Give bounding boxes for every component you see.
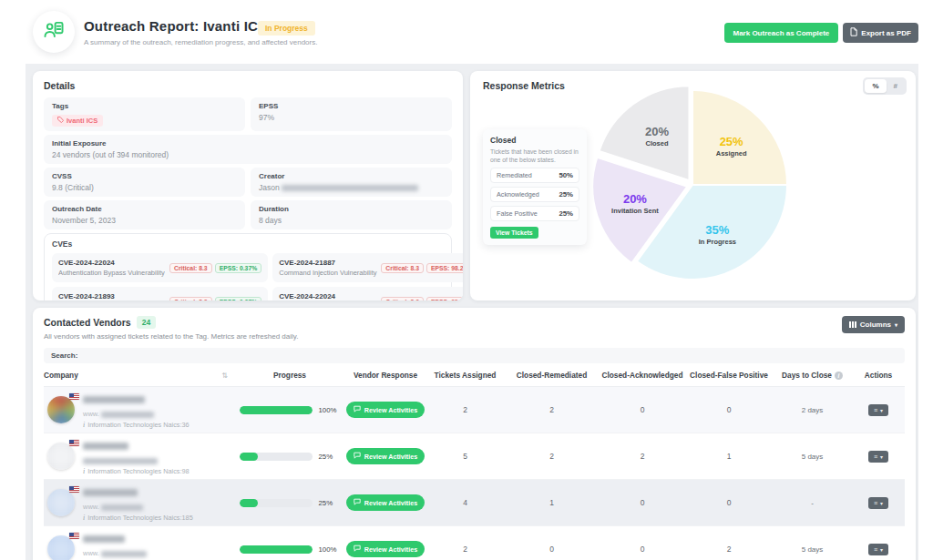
vendor-website[interactable] (83, 456, 190, 464)
status-badge: In Progress (258, 21, 315, 36)
chat-bubble-icon (354, 452, 361, 461)
creator-name: Jason (259, 183, 280, 192)
vendor-count-badge: 24 (137, 316, 156, 329)
days-to-close-value: 5 days (773, 545, 852, 554)
progress-cell: 100% (235, 545, 344, 554)
column-header-progress[interactable]: Progress (235, 371, 344, 380)
table-row[interactable]: www. iInformation Technologies Naics:361… (44, 387, 905, 433)
pie-slice-label: Assigned (716, 149, 747, 158)
caret-down-icon: ▾ (880, 546, 883, 553)
vendor-name-redacted[interactable] (83, 437, 190, 453)
details-panel: Details Tags Ivanti ICS EPSS 97% (33, 71, 463, 300)
closed-remediated-row: Remediated 50% (490, 168, 579, 183)
industry-info-icon: i (83, 421, 85, 429)
caret-down-icon: ▾ (880, 500, 883, 506)
review-activities-button[interactable]: Review Activities (346, 402, 425, 418)
cve-list: CVE-2024-22024Authentication Bypass Vuln… (52, 253, 444, 300)
pie-slice-label: In Progress (699, 238, 736, 246)
severity-badge: Critical: 8.3 (169, 263, 212, 273)
export-pdf-button[interactable]: Export as PDF (843, 23, 918, 43)
menu-icon: ≡ (874, 500, 877, 506)
row-actions-button[interactable]: ≡▾ (868, 451, 888, 463)
row-actions-button[interactable]: ≡▾ (868, 404, 888, 416)
row-actions-button[interactable]: ≡▾ (868, 544, 888, 555)
cve-item[interactable]: CVE-2024-21887Command Injection Vulnerab… (272, 253, 463, 282)
table-row[interactable]: iInformation Technologies Naics:9825%Rev… (44, 433, 905, 480)
review-activities-button[interactable]: Review Activities (346, 494, 425, 511)
tag-chip[interactable]: Ivanti ICS (52, 115, 103, 127)
column-header-days-to-close[interactable]: Days to Close i (773, 371, 852, 380)
view-tickets-button[interactable]: View Tickets (490, 227, 538, 239)
search-bar[interactable]: Search: (44, 348, 905, 363)
progress-cell: 100% (235, 406, 344, 414)
review-activities-button[interactable]: Review Activities (346, 541, 425, 557)
vendor-industry: iInformation Technologies Naics:98 (83, 467, 190, 475)
row-actions-button[interactable]: ≡▾ (868, 497, 888, 509)
review-activities-button[interactable]: Review Activities (346, 448, 425, 464)
vendor-website[interactable]: www. (83, 410, 190, 418)
closed-remediated-value: 1 (504, 498, 600, 507)
toggle-count-button[interactable]: # (887, 79, 905, 93)
days-to-close-value: - (773, 499, 852, 507)
info-icon: i (835, 372, 843, 380)
epss-badge: EPSS: 0.37% (215, 297, 262, 301)
closed-acknowledged-value: 2 (600, 452, 685, 461)
report-icon-badge (33, 11, 75, 53)
toggle-percent-button[interactable]: % (865, 79, 886, 93)
closed-tooltip-card: Closed Tickets that have been closed in … (483, 129, 587, 245)
column-header-closed-false-positive[interactable]: Closed-False Positive (685, 371, 773, 380)
severity-badge: Critical: 8.3 (381, 263, 424, 273)
cve-code: CVE-2024-21887 (279, 259, 376, 267)
vendor-name-redacted[interactable] (83, 391, 190, 407)
table-row[interactable]: www. iInformation Technologies Naics:185… (44, 480, 905, 526)
caret-down-icon: ▾ (880, 453, 883, 460)
closed-false-positive-value: 1 (685, 452, 773, 461)
table-row[interactable]: www. iInformation Technologies Naics:241… (44, 526, 905, 560)
cve-description: Authentication Bypass Vulnerability (58, 269, 165, 277)
vendors-subtitle: All vendors with assigned tickets relate… (44, 332, 905, 341)
contacted-vendors-title: Contacted Vendors (44, 317, 131, 328)
progress-bar (240, 545, 313, 554)
cve-item[interactable]: CVE-2024-22024Privilege Escalation Vulne… (272, 287, 463, 300)
pdf-document-icon (850, 27, 857, 38)
vendor-website[interactable]: www. (83, 503, 193, 511)
column-header-closed-acknowledged[interactable]: Closed-Acknowledged (600, 371, 685, 380)
column-header-tickets-assigned[interactable]: Tickets Assigned (426, 371, 504, 380)
pie-slice-value: 20% (623, 192, 647, 206)
vendor-industry: iInformation Technologies Naics:185 (83, 514, 193, 522)
page-title: Outreach Report: Ivanti ICS (84, 18, 267, 34)
sort-icon[interactable]: ⇅ (221, 372, 228, 380)
cvss-field: CVSS 9.8 (Critical) (44, 168, 245, 197)
redacted-creator-email (282, 185, 418, 191)
search-label: Search: (51, 351, 77, 360)
vendor-industry: iInformation Technologies Naics:36 (83, 421, 190, 429)
search-input[interactable] (83, 351, 897, 360)
cve-item[interactable]: CVE-2024-21893Server-Side Request Forger… (52, 287, 268, 300)
chat-bubble-icon (354, 405, 361, 414)
progress-percent: 100% (319, 545, 341, 554)
epss-badge: EPSS: 98.2% (426, 297, 463, 301)
pie-slice-label: Invitation Sent (611, 207, 659, 215)
column-header-closed-remediated[interactable]: Closed-Remediated (504, 371, 600, 380)
columns-button[interactable]: Columns ▾ (842, 316, 905, 333)
epss-field: EPSS 97% (251, 97, 452, 131)
cve-item[interactable]: CVE-2024-22024Authentication Bypass Vuln… (52, 253, 268, 282)
vendor-name-redacted[interactable] (83, 530, 190, 546)
initial-exposure-field: Initial Exposure 24 vendors (out of 394 … (44, 135, 452, 164)
industry-info-icon: i (83, 467, 85, 475)
closed-remediated-value: 2 (504, 405, 600, 414)
response-pie-chart[interactable]: 25%Assigned35%In Progress20%Invitation S… (583, 76, 802, 294)
vendor-website[interactable]: www. (83, 549, 190, 557)
mark-complete-button[interactable]: Mark Outreach as Complete (724, 23, 839, 43)
tickets-assigned-value: 4 (426, 498, 504, 507)
closed-acknowledged-row: Acknowledged 25% (490, 187, 579, 202)
column-header-company[interactable]: Company ⇅ (44, 371, 235, 380)
country-flag-icon (69, 533, 79, 539)
chat-bubble-icon (354, 545, 361, 554)
unit-toggle: % # (863, 77, 907, 95)
duration-field: Duration 8 days (251, 200, 452, 229)
progress-percent: 25% (319, 453, 341, 461)
page: Outreach Report: Ivanti ICS In Progress … (0, 0, 933, 560)
vendor-name-redacted[interactable] (83, 484, 193, 500)
column-header-vendor-response[interactable]: Vendor Response (344, 371, 426, 380)
